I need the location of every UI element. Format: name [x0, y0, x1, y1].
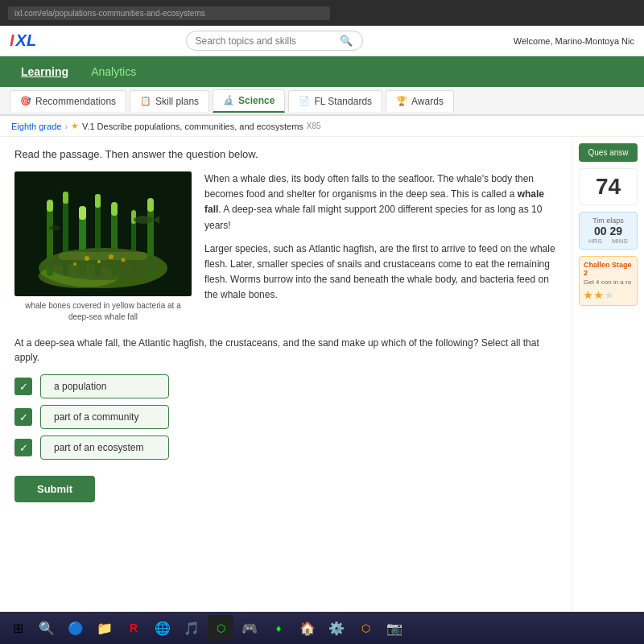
search-input[interactable] [195, 35, 340, 47]
content-area: Read the passage. Then answer the questi… [0, 137, 572, 612]
breadcrumb-code: X85 [307, 122, 321, 130]
passage-text: When a whale dies, its body often falls … [204, 171, 557, 323]
answer-choice-2: ✓ part of a community [14, 405, 557, 429]
svg-point-26 [122, 258, 126, 262]
timer-box: Tim elaps 00 29 HRS MINS [579, 212, 638, 250]
subnav-science[interactable]: 🔬 Science [213, 89, 285, 113]
taskbar-search[interactable]: 🔍 [34, 615, 60, 641]
taskbar-files[interactable]: 📁 [92, 615, 118, 641]
timer-minutes: 29 [609, 225, 622, 237]
svg-point-25 [73, 262, 76, 266]
svg-point-24 [109, 254, 114, 259]
svg-rect-6 [63, 192, 68, 204]
flstandards-icon: 📄 [299, 96, 310, 106]
timer-value: 00 29 [584, 225, 633, 237]
science-icon: 🔬 [223, 95, 234, 105]
question-counter-box: Ques answ [579, 143, 638, 162]
search-icon: 🔍 [340, 35, 353, 47]
nav-learning[interactable]: Learning [10, 56, 80, 87]
taskbar-app9[interactable]: 📷 [382, 615, 407, 641]
svg-point-21 [49, 225, 60, 230]
taskbar-edge[interactable]: 🌐 [150, 615, 175, 641]
paragraph-2: Larger species, such as Atlantic hagfish… [204, 242, 557, 303]
svg-rect-8 [79, 206, 86, 220]
taskbar-chrome[interactable]: 🔵 [63, 615, 89, 641]
browser-url: ixl.com/ela/populations-communities-and-… [8, 6, 330, 20]
answer-choice-1: ✓ a population [14, 374, 557, 398]
svg-rect-16 [147, 198, 154, 212]
challenge-box: Challen Stage 2 Get 4 con in a ro ★ ★ ★ [579, 256, 638, 306]
timer-label: Tim elaps [584, 217, 633, 225]
stars-row: ★ ★ ★ [584, 290, 633, 301]
checkbox-3[interactable]: ✓ [14, 439, 32, 456]
taskbar-app2[interactable]: 🎵 [179, 615, 204, 641]
image-section: whale bones covered in yellow bacteria a… [14, 171, 192, 323]
answer-choice-3: ✓ part of an ecosystem [14, 436, 557, 460]
svg-rect-18 [59, 252, 147, 260]
score-number: 74 [583, 174, 634, 200]
taskbar-app5[interactable]: ♦ [266, 615, 291, 641]
taskbar-app7[interactable]: ⚙️ [324, 615, 349, 641]
subnav-fl-standards[interactable]: 📄 FL Standards [288, 90, 382, 112]
passage-container: whale bones covered in yellow bacteria a… [14, 171, 557, 323]
hours-label: HRS [588, 237, 602, 245]
subnav-awards[interactable]: 🏆 Awards [386, 90, 454, 112]
checkbox-2[interactable]: ✓ [14, 408, 32, 426]
recommendations-icon: 🎯 [20, 96, 31, 106]
favorite-star: ★ [71, 121, 79, 131]
answer-label-1[interactable]: a population [40, 374, 169, 398]
star-3: ★ [605, 290, 613, 301]
main-nav: Learning Analytics [0, 56, 644, 87]
star-2: ★ [594, 290, 603, 301]
answer-label-3[interactable]: part of an ecosystem [40, 436, 169, 460]
svg-point-22 [85, 256, 89, 261]
svg-rect-12 [111, 202, 118, 216]
challenge-title: Challen Stage 2 [584, 261, 633, 277]
image-caption: whale bones covered in yellow bacteria a… [14, 300, 192, 323]
subnav-skill-plans[interactable]: 📋 Skill plans [130, 90, 209, 112]
timer-units: HRS MINS [584, 237, 633, 245]
taskbar-app6[interactable]: 🏠 [295, 615, 320, 641]
nav-analytics[interactable]: Analytics [80, 56, 147, 87]
whale-image [14, 171, 192, 296]
skillplans-icon: 📋 [140, 96, 151, 106]
subnav-recommendations[interactable]: 🎯 Recommendations [10, 90, 126, 112]
timer-hours: 00 [594, 225, 607, 237]
answer-label-2[interactable]: part of a community [40, 405, 169, 429]
submit-button[interactable]: Submit [14, 476, 95, 502]
browser-bar: ixl.com/ela/populations-communities-and-… [0, 0, 644, 26]
score-box: 74 [579, 168, 638, 205]
ixl-header: IXL 🔍 Welcome, Marino-Montoya Nic [0, 26, 644, 56]
taskbar-windows[interactable]: ⊞ [5, 615, 31, 641]
minutes-label: MINS [612, 237, 628, 245]
question-text: At a deep-sea whale fall, the Atlantic h… [14, 336, 557, 365]
breadcrumb-grade[interactable]: Eighth grade [11, 122, 61, 131]
checkbox-1[interactable]: ✓ [14, 378, 32, 395]
challenge-sub: Get 4 con in a ro [584, 279, 633, 287]
search-container: 🔍 [186, 31, 363, 51]
awards-icon: 🏆 [396, 96, 407, 106]
svg-rect-10 [95, 194, 101, 208]
svg-point-19 [134, 216, 153, 224]
ixl-logo: IXL [10, 31, 36, 50]
question-counter-label: Ques answ [588, 148, 628, 157]
taskbar-app4[interactable]: 🎮 [237, 615, 262, 641]
svg-rect-4 [47, 200, 53, 212]
taskbar-app3[interactable]: ⬡ [208, 615, 233, 641]
whale-scene-svg [14, 171, 192, 296]
welcome-message: Welcome, Marino-Montoya Nic [514, 36, 634, 46]
main-content: Read the passage. Then answer the questi… [0, 137, 644, 612]
star-1: ★ [584, 290, 592, 301]
taskbar-app1[interactable]: R [121, 615, 147, 641]
svg-point-23 [97, 260, 101, 263]
paragraph-1: When a whale dies, its body often falls … [204, 171, 557, 233]
sub-nav: 🎯 Recommendations 📋 Skill plans 🔬 Scienc… [0, 87, 644, 116]
breadcrumb: Eighth grade › ★ V.1 Describe population… [0, 116, 644, 137]
taskbar: ⊞ 🔍 🔵 📁 R 🌐 🎵 ⬡ 🎮 ♦ 🏠 ⚙️ ⬡ 📷 [0, 612, 644, 644]
breadcrumb-skill: V.1 Describe populations, communities, a… [82, 122, 303, 131]
right-sidebar: Ques answ 74 Tim elaps 00 29 HRS MINS Ch… [572, 137, 644, 612]
instructions-text: Read the passage. Then answer the questi… [14, 148, 557, 160]
question-area: At a deep-sea whale fall, the Atlantic h… [14, 336, 557, 502]
taskbar-app8[interactable]: ⬡ [353, 615, 378, 641]
